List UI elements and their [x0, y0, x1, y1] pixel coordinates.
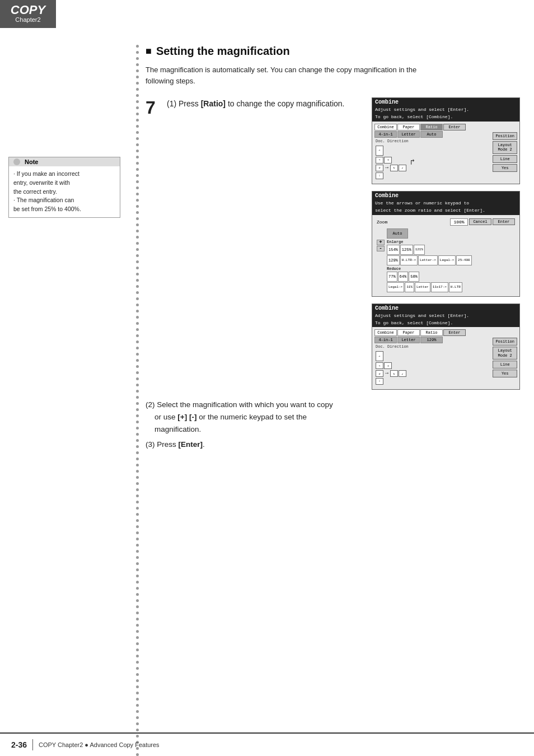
screen2-sub2: select the zoom ratio and select [Enter]… — [372, 207, 519, 214]
screen1-ratio-label: Ratio — [420, 124, 443, 130]
note-line3: the correct entry. — [13, 188, 115, 197]
screen3-doc-dir: Doc. Direction — [374, 344, 489, 349]
screen3-body: Combine Paper Ratio Enter 4-in-1 Letter … — [372, 327, 519, 389]
screen3-yes-btn[interactable]: Yes — [493, 370, 517, 377]
screen3-paper-label: Paper — [397, 329, 420, 336]
step1-text: (1) Press [Ratio] to change the copy mag… — [167, 97, 363, 110]
screen3-ratio-label: Ratio — [420, 329, 443, 336]
screen1: Combine Adjust settings and select [Ente… — [372, 97, 520, 184]
step2-bold: [+] [-] — [177, 413, 196, 421]
main-content: Setting the magnification The magnificat… — [146, 45, 523, 728]
footer-page-number: 2-36 — [11, 740, 27, 749]
screen2-minus-btn[interactable]: - — [377, 246, 385, 251]
e121b[interactable]: Legal-> — [438, 255, 456, 265]
reduce-label: Reduce — [387, 267, 515, 271]
page-header: COPY Chapter2 — [0, 0, 56, 28]
e125[interactable]: 125% — [400, 245, 413, 255]
screen1-position-btn[interactable]: Position — [493, 132, 517, 140]
screen2-zoom-input[interactable]: 100% — [450, 218, 468, 226]
screen1-line-label: Line — [493, 155, 517, 163]
note-line2: entry, overwrite it with — [13, 179, 115, 188]
footer-separator — [32, 739, 33, 750]
screen1-combine-val: 4-in-1 — [374, 131, 397, 138]
screen2-sub1: Use the arrows or numeric keypad to — [372, 200, 519, 207]
screen3-position-btn[interactable]: Position — [493, 338, 517, 346]
screen3-paper-val: Letter — [397, 337, 420, 343]
screen2-plus-btn[interactable]: + — [377, 240, 385, 245]
step2-text: (2) Select the magnification with which … — [146, 399, 336, 435]
note-header: Note — [9, 157, 120, 166]
hlt[interactable]: H.LTR — [449, 282, 462, 292]
screen1-side-buttons: Position Layout Mode 2 Line Yes — [493, 132, 517, 172]
screen3-combine-val: 4-in-1 — [374, 337, 397, 343]
header-chapter-label: Chapter2 — [15, 16, 40, 24]
r77[interactable]: 77% — [387, 272, 397, 282]
screen2-zoom-options: Auto Enlarge 154% 125% 121% — [387, 228, 515, 292]
step3-bold: [Enter] — [179, 440, 203, 449]
footer-text: COPY Chapter2 ● Advanced Copy Features — [39, 741, 160, 748]
r11[interactable]: 11% — [405, 282, 414, 292]
screen2-plus-minus: + - — [377, 240, 385, 251]
note-content: · If you make an incorrect entry, overwr… — [9, 166, 120, 217]
screen3: Combine Adjust settings and select [Ente… — [372, 304, 520, 390]
screen3-sub2: To go back, select [Combine]. — [372, 320, 519, 327]
note-box: Note · If you make an incorrect entry, o… — [8, 157, 120, 218]
legal-arrow[interactable]: Legal-> — [387, 282, 404, 292]
e121[interactable]: 121% — [414, 245, 425, 255]
section-desc-line1: The magnification is automatically set. … — [146, 66, 416, 74]
dotted-divider — [134, 45, 140, 717]
screen1-layout-btn[interactable]: Layout Mode 2 — [493, 141, 517, 154]
screen2-body: Zoom 100% Cancel Enter + — [372, 215, 519, 296]
screen2-top-row: Zoom 100% Cancel Enter — [374, 217, 517, 227]
screen2-auto-btn[interactable]: Auto — [387, 228, 408, 239]
screen1-paper-label: Paper — [397, 124, 420, 130]
section-desc-line2: following steps. — [146, 77, 195, 85]
screen1-title: Combine — [372, 98, 519, 106]
e129b[interactable]: H.LTR-> — [400, 255, 418, 265]
step1-bold: [Ratio] — [201, 99, 226, 108]
screen3-side-buttons: Position Layout Mode 2 Line Yes — [493, 338, 517, 377]
e125b[interactable]: Letter-> — [418, 255, 438, 265]
note-line4: · The magnification can — [13, 196, 115, 205]
screen3-title: Combine — [372, 304, 519, 312]
screen2-zoom-label: Zoom — [377, 220, 448, 225]
screen2-enter-btn[interactable]: Enter — [493, 218, 515, 225]
screen2-title: Combine — [372, 192, 519, 200]
screen1-sub1: Adjust settings and select [Enter]. — [372, 106, 519, 114]
e129[interactable]: 129% — [387, 255, 400, 265]
screen1-yes-btn[interactable]: Yes — [493, 164, 517, 172]
footer: 2-36 COPY Chapter2 ● Advanced Copy Featu… — [0, 732, 534, 756]
e154[interactable]: 154% — [387, 245, 400, 255]
screen3-combine-label: Combine — [374, 329, 397, 336]
letter-b[interactable]: Letter — [415, 282, 430, 292]
step3-text: (3) Press [Enter]. — [146, 438, 336, 451]
screen1-enter-btn[interactable]: Enter — [443, 124, 466, 130]
screen1-body: Combine Paper Ratio Enter 4-in-1 Letter … — [372, 122, 519, 184]
note-line5: be set from 25% to 400%. — [13, 205, 115, 214]
note-line1: · If you make an incorrect — [13, 170, 115, 179]
enlarge-label: Enlarge — [387, 240, 515, 244]
screen1-paper-val: Letter — [397, 131, 420, 138]
step-number-7: 7 — [146, 99, 162, 116]
screen2-cancel-btn[interactable]: Cancel — [469, 218, 491, 225]
screen3-line-label: Line — [493, 361, 517, 368]
screen1-ratio-val: Auto — [420, 131, 443, 138]
screen1-combine-label: Combine — [374, 124, 397, 130]
screen2: Combine Use the arrows or numeric keypad… — [372, 191, 520, 297]
section-title: Setting the magnification — [146, 45, 523, 58]
r64[interactable]: 64% — [398, 272, 409, 282]
screen1-sub2: To go back, select [Combine]. — [372, 114, 519, 121]
steps-lower: (2) Select the magnification with which … — [146, 399, 336, 450]
header-copy-label: COPY — [11, 4, 45, 16]
screen3-layout-btn[interactable]: Layout Mode 2 — [493, 347, 517, 360]
r50[interactable]: 50% — [409, 272, 419, 282]
section-desc: The magnification is automatically set. … — [146, 64, 523, 86]
legal25[interactable]: 25~400 — [456, 255, 472, 265]
r11b[interactable]: 11x17-> — [431, 282, 448, 292]
screen1-doc-dir: Doc. Direction — [374, 138, 489, 144]
note-icon — [13, 158, 20, 165]
screen3-sub1: Adjust settings and select [Enter]. — [372, 312, 519, 320]
screen3-ratio-val: 129% — [420, 337, 443, 343]
screen2-grid-area: + - Auto Enlarge — [374, 227, 517, 294]
screen3-enter-btn[interactable]: Enter — [443, 329, 466, 336]
